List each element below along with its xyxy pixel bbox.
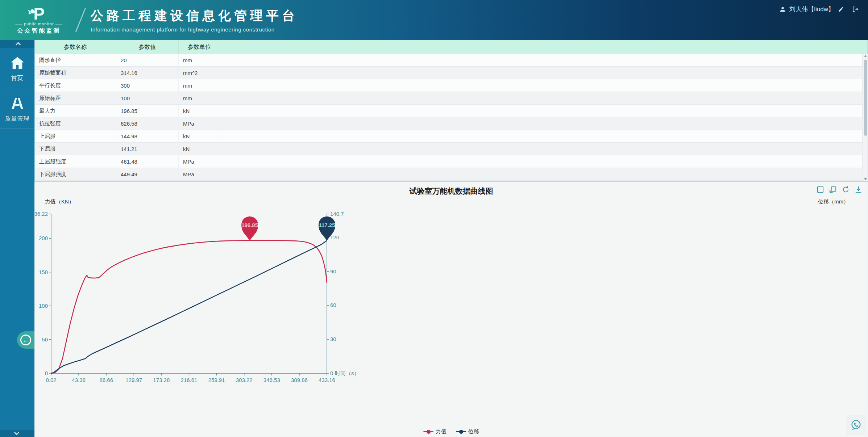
chart-legend: 力值位移 — [35, 428, 868, 435]
svg-text:120: 120 — [330, 234, 339, 240]
cell-param-value: 300 — [116, 79, 179, 92]
quality-icon — [0, 96, 34, 112]
sidebar-item-home[interactable]: 首页 — [0, 48, 34, 88]
cell-filler — [220, 105, 863, 117]
cell-param-unit: mm — [179, 79, 220, 92]
parameter-row[interactable]: 下屈服141.21kN — [35, 143, 863, 155]
parameter-table-header: 参数名称 参数值 参数单位 — [35, 40, 868, 54]
parameter-row[interactable]: 最大力196.85kN — [35, 105, 863, 117]
cell-param-unit: mm — [179, 54, 220, 66]
legend-item-位移[interactable]: 位移 — [456, 428, 479, 435]
cell-param-value: 20 — [116, 54, 179, 66]
legend-label: 力值 — [436, 428, 447, 435]
cell-filler — [220, 143, 863, 155]
cell-param-value: 141.21 — [116, 143, 179, 155]
parameter-row[interactable]: 下屈服强度449.49MPa — [35, 168, 863, 181]
cell-param-name: 抗拉强度 — [35, 117, 116, 130]
app-header: ❧P public monitor 公众智能监测 公路工程建设信息化管理平台 I… — [0, 0, 868, 40]
edit-profile-icon[interactable] — [838, 6, 844, 12]
cell-param-name: 上屈服 — [35, 130, 116, 142]
user-icon — [780, 6, 786, 12]
brand-letter: ❧P — [33, 7, 45, 21]
cell-param-name: 原始截面积 — [35, 67, 116, 79]
brand-logo: ❧P public monitor 公众智能监测 — [0, 5, 78, 35]
parameter-row[interactable]: 圆形直径20mm — [35, 54, 863, 67]
right-axis-name: 位移（mm） — [818, 198, 849, 205]
svg-text:50: 50 — [42, 336, 48, 343]
svg-text:389.86: 389.86 — [291, 377, 308, 383]
svg-text:346.53: 346.53 — [263, 377, 280, 383]
parameter-row[interactable]: 平行长度300mm — [35, 79, 863, 92]
chevron-down-icon — [14, 430, 19, 435]
logout-icon[interactable] — [852, 6, 859, 13]
column-header-param-name[interactable]: 参数名称 — [35, 40, 116, 54]
chart-toolbar — [816, 185, 863, 195]
arrow-left-icon: ← — [20, 335, 31, 345]
column-header-param-value[interactable]: 参数值 — [116, 40, 179, 54]
svg-text:0: 0 — [330, 370, 333, 376]
svg-text:236.22: 236.22 — [35, 211, 48, 217]
sidebar-item-quality[interactable]: 质量管理 — [0, 88, 34, 129]
scroll-down-icon[interactable] — [864, 178, 867, 180]
svg-text:0.02: 0.02 — [46, 377, 56, 383]
zoom-reset-icon[interactable] — [829, 185, 837, 195]
cell-filler — [220, 54, 863, 66]
cell-param-unit: MPa — [179, 155, 220, 168]
contact-chat-icon[interactable] — [846, 415, 866, 435]
cell-param-value: 461.48 — [116, 155, 179, 168]
scroll-up-icon[interactable] — [864, 55, 867, 57]
svg-text:60: 60 — [330, 302, 336, 308]
left-axis-name: 力值（KN） — [45, 198, 74, 205]
sidebar-collapse-button[interactable]: ← — [17, 331, 34, 349]
cell-param-unit: MPa — [179, 168, 220, 180]
cell-param-unit: kN — [179, 143, 220, 155]
svg-text:140.7: 140.7 — [330, 211, 344, 217]
cell-param-value: 314.16 — [116, 67, 179, 79]
svg-text:200: 200 — [39, 235, 48, 241]
svg-text:433.16: 433.16 — [319, 377, 335, 383]
cell-param-value: 196.85 — [116, 105, 179, 117]
scrollbar-thumb[interactable] — [864, 60, 867, 136]
cell-param-value: 100 — [116, 92, 179, 104]
sidebar: 首页 质量管理 ← — [0, 40, 34, 437]
max-marker-label: 117.25 — [319, 222, 335, 228]
parameter-row[interactable]: 原始截面积314.16mm^2 — [35, 67, 863, 79]
chart-title: 试验室万能机数据曲线图 — [35, 186, 868, 196]
cell-filler — [220, 130, 863, 142]
cell-filler — [220, 67, 863, 79]
cell-param-value: 626.58 — [116, 117, 179, 130]
parameter-row[interactable]: 原始标距100mm — [35, 92, 863, 105]
cell-param-unit: MPa — [179, 117, 220, 130]
series-位移 — [51, 240, 327, 373]
svg-text:30: 30 — [330, 336, 336, 342]
cell-param-unit: mm^2 — [179, 67, 220, 79]
download-icon[interactable] — [854, 185, 863, 195]
cell-filler — [220, 92, 863, 104]
column-header-param-unit[interactable]: 参数单位 — [179, 40, 220, 54]
parameter-row[interactable]: 上屈服强度461.48MPa — [35, 155, 863, 168]
zoom-box-icon[interactable] — [816, 185, 825, 195]
cell-param-name: 最大力 — [35, 105, 116, 117]
svg-text:86.66: 86.66 — [99, 377, 113, 383]
svg-text:129.97: 129.97 — [125, 377, 142, 383]
svg-text:43.36: 43.36 — [72, 377, 86, 383]
sidebar-scroll-up[interactable] — [0, 40, 34, 48]
cell-param-name: 原始标距 — [35, 92, 116, 104]
parameter-row[interactable]: 上屈服144.98kN — [35, 130, 863, 143]
svg-text:0: 0 — [45, 370, 48, 376]
brand-chinese: 公众智能监测 — [17, 27, 61, 35]
cell-param-value: 449.49 — [116, 168, 179, 180]
line-chart[interactable]: 050100150200236.220306090120140.70.0243.… — [35, 207, 361, 385]
cell-param-name: 下屈服强度 — [35, 168, 116, 180]
cell-param-value: 144.98 — [116, 130, 179, 142]
refresh-icon[interactable] — [842, 185, 850, 195]
chart-panel: 试验室万能机数据曲线图 力值（KN） 位移（mm） 05010015020023… — [34, 182, 868, 437]
sidebar-scroll-down[interactable] — [0, 430, 34, 437]
parameter-row[interactable]: 抗拉强度626.58MPa — [35, 117, 863, 130]
platform-title: 公路工程建设信息化管理平台 — [91, 7, 298, 24]
main-content: 万能数据查询 请选择项目: S38王格尔塘至夏河（桑科）段... ▼ 请选择试验… — [34, 40, 868, 437]
cell-param-name: 上屈服强度 — [35, 155, 116, 168]
x-axis-name: 时间（s） — [335, 370, 360, 376]
parameter-table-scrollbar[interactable] — [863, 54, 868, 181]
legend-item-力值[interactable]: 力值 — [423, 428, 447, 435]
